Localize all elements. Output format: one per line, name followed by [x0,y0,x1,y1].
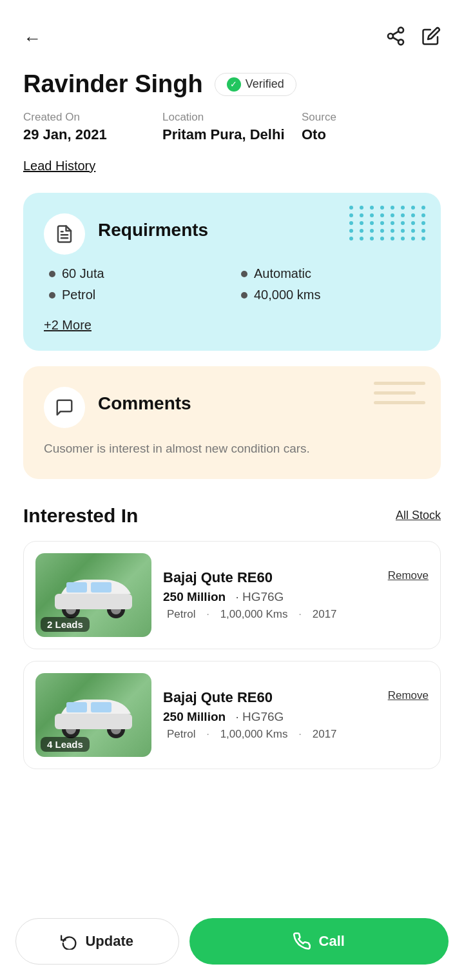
stock-reg-1: · HG76G [235,710,284,723]
cards-section: Requirments 60 Juta Automatic Petrol 40,… [0,186,464,485]
stock-name-0: Bajaj Qute RE60 [163,569,273,586]
car-silhouette-icon-2 [48,689,139,741]
header: ← [0,0,464,64]
created-label: Created On [23,111,162,124]
comments-icon [44,387,85,428]
stock-detail-row-0: Petrol · 1,00,000 Kms · 2017 [163,608,429,621]
req-item-1: Automatic [241,266,420,281]
more-link[interactable]: +2 More [44,318,92,333]
source-value: Oto [302,126,441,143]
interested-section: Interested In All Stock 2 Leads [0,485,464,858]
bullet-icon [241,271,247,277]
dots-decoration [349,206,428,240]
source-label: Source [302,111,441,124]
comments-card: Comments Cusomer is interest in almost n… [23,366,441,479]
stock-price-row-0: 250 Million · HG76G [163,590,429,604]
comments-header: Comments [44,387,420,428]
comment-text: Cusomer is interest in almost new condit… [44,440,420,458]
stock-image-0: 2 Leads [35,553,151,637]
interested-title: Interested In [23,505,138,527]
created-on-field: Created On 29 Jan, 2021 [23,111,162,143]
bullet-icon [49,271,55,277]
stock-price-row-1: 250 Million · HG76G [163,710,429,724]
svg-line-3 [392,37,398,41]
bottom-bar: Update Call [0,908,464,980]
req-item-0: 60 Juta [49,266,228,281]
stock-fuel-0: Petrol [167,608,195,620]
req-item-3: 40,000 kms [241,288,420,302]
svg-rect-19 [66,702,87,712]
header-icons [385,26,441,51]
requirements-card: Requirments 60 Juta Automatic Petrol 40,… [23,193,441,351]
wave-decoration [374,382,425,404]
share-button[interactable] [385,26,406,51]
bullet-icon [49,292,55,299]
update-icon [61,933,77,950]
profile-section: Ravinder Singh ✓ Verified Created On 29 … [0,64,464,186]
stock-info-1: Bajaj Qute RE60 Remove 250 Million · HG7… [163,689,429,741]
leads-badge-0: 2 Leads [41,617,90,632]
share-icon [385,26,406,46]
stock-year-1: 2017 [313,728,337,740]
call-label: Call [319,933,345,950]
back-button[interactable]: ← [23,28,41,49]
svg-rect-13 [91,582,111,593]
stock-fuel-1: Petrol [167,728,195,740]
svg-rect-18 [55,714,132,729]
req-label-3: 40,000 kms [254,288,320,302]
bullet-icon [241,292,247,299]
requirements-icon [44,213,85,255]
svg-rect-11 [55,594,132,609]
verified-label: Verified [246,77,284,91]
stock-year-0: 2017 [313,608,337,620]
stock-detail-row-1: Petrol · 1,00,000 Kms · 2017 [163,728,429,741]
remove-button-1[interactable]: Remove [388,689,429,702]
stock-kms-1: 1,00,000 Kms [220,728,288,740]
verified-badge: ✓ Verified [215,73,296,96]
all-stock-link[interactable]: All Stock [396,509,441,522]
update-label: Update [85,933,133,950]
stock-price-0: 250 Million [163,590,226,603]
call-button[interactable]: Call [189,918,449,965]
svg-line-4 [392,32,398,35]
source-field: Source Oto [302,111,441,143]
chat-icon [55,398,74,417]
meta-row: Created On 29 Jan, 2021 Location Pritam … [23,111,441,143]
interested-header: Interested In All Stock [23,505,441,527]
location-field: Location Pritam Pura, Delhi [162,111,302,143]
req-label-2: Petrol [62,288,95,302]
stock-name-1: Bajaj Qute RE60 [163,689,273,706]
svg-rect-12 [66,582,87,593]
stock-info-0: Bajaj Qute RE60 Remove 250 Million · HG7… [163,569,429,621]
svg-rect-20 [91,702,111,712]
requirements-title: Requirments [98,213,208,240]
remove-button-0[interactable]: Remove [388,569,429,582]
edit-icon [421,26,441,46]
car-silhouette-icon [48,569,139,621]
req-item-2: Petrol [49,288,228,302]
customer-name: Ravinder Singh [23,70,203,98]
comments-title: Comments [98,387,191,414]
stock-price-1: 250 Million [163,710,226,723]
phone-icon [293,932,311,950]
edit-button[interactable] [421,26,441,50]
location-value: Pritam Pura, Delhi [162,126,302,143]
leads-badge-1: 4 Leads [41,737,90,752]
document-icon [55,224,74,244]
created-value: 29 Jan, 2021 [23,126,162,143]
stock-reg-0: · HG76G [235,590,284,603]
update-button[interactable]: Update [15,918,179,965]
name-row: Ravinder Singh ✓ Verified [23,70,441,98]
location-label: Location [162,111,302,124]
req-label-0: 60 Juta [62,266,104,281]
stock-top-row-0: Bajaj Qute RE60 Remove [163,569,429,586]
stock-top-row-1: Bajaj Qute RE60 Remove [163,689,429,706]
verified-dot-icon: ✓ [227,77,241,92]
stock-kms-0: 1,00,000 Kms [220,608,288,620]
stock-image-1: 4 Leads [35,673,151,757]
requirements-grid: 60 Juta Automatic Petrol 40,000 kms [44,266,420,302]
stock-card-1: 4 Leads Bajaj Qute RE60 Remove 250 Milli… [23,661,441,769]
lead-history-link[interactable]: Lead History [23,159,95,173]
stock-card-0: 2 Leads Bajaj Qute RE60 Remove 250 Milli… [23,541,441,649]
req-label-1: Automatic [254,266,311,281]
